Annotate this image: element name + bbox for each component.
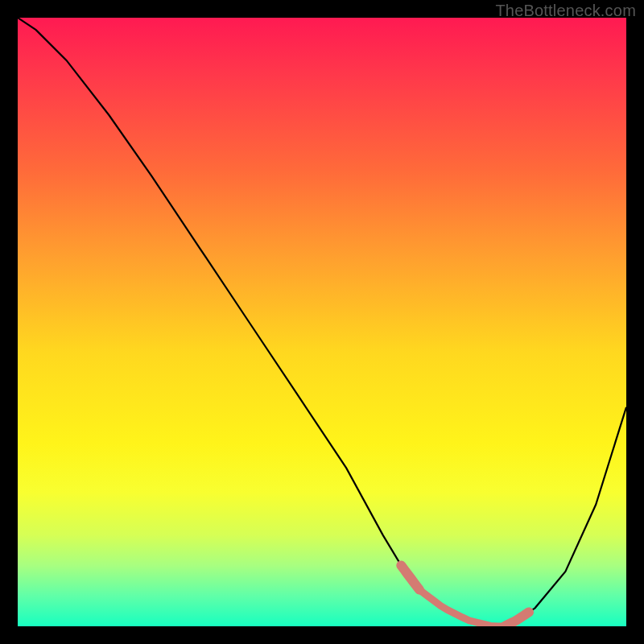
curve-highlight-group	[401, 565, 529, 626]
curve-highlight-segment	[505, 612, 529, 626]
curve-highlight-segment	[419, 590, 505, 626]
watermark-text: TheBottleneck.com	[495, 2, 636, 20]
chart-plot-area	[18, 18, 626, 626]
chart-svg	[18, 18, 626, 626]
bottleneck-curve	[18, 18, 626, 626]
curve-highlight-segment	[401, 565, 419, 589]
